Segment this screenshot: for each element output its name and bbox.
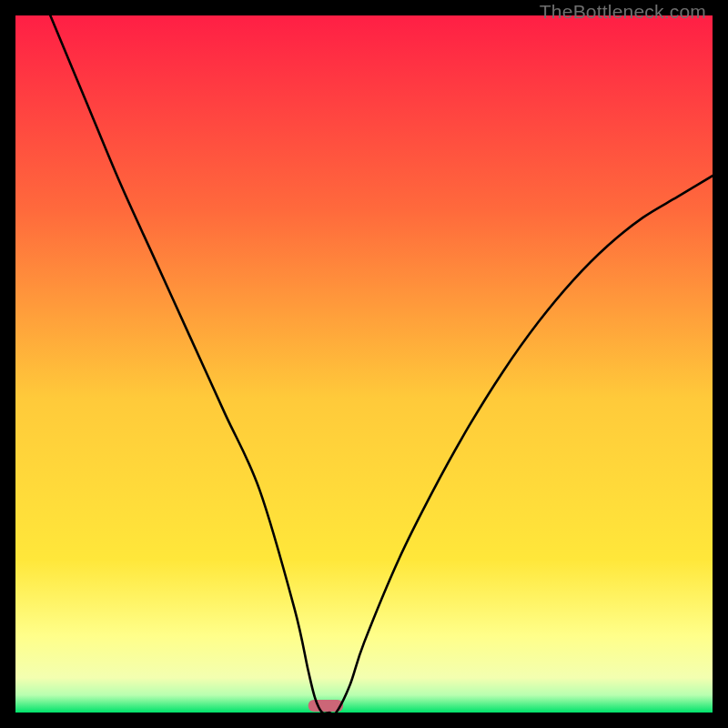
bottleneck-chart [15,15,713,713]
chart-background [15,15,713,713]
watermark: TheBottleneck.com [540,1,706,23]
chart-frame [15,15,713,713]
